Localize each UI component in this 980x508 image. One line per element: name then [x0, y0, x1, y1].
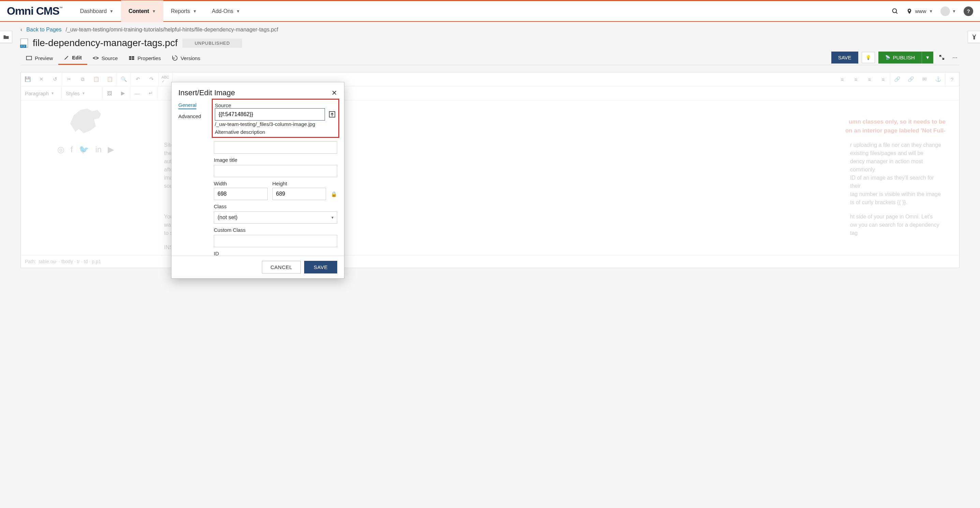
modal-tab-advanced[interactable]: Advanced — [178, 113, 205, 119]
cancel-button[interactable]: CANCEL — [262, 261, 301, 268]
search-icon[interactable] — [891, 8, 899, 15]
lightbulb-button[interactable]: 💡 — [862, 52, 875, 63]
align-left-icon[interactable]: ≡ — [835, 72, 849, 86]
paste-text-icon[interactable]: 📋 — [103, 72, 117, 86]
svg-point-0 — [892, 8, 896, 13]
close-icon[interactable]: ✕ — [35, 72, 48, 86]
back-to-pages-link[interactable]: Back to Pages — [26, 27, 61, 33]
image-title-input[interactable] — [214, 165, 337, 177]
align-justify-icon[interactable]: ≡ — [877, 72, 890, 86]
chevron-down-icon: ▼ — [929, 9, 933, 14]
user-menu[interactable]: ▼ — [940, 6, 956, 16]
nav-reports[interactable]: Reports▼ — [163, 0, 204, 22]
svg-rect-2 — [27, 56, 32, 60]
chevron-down-icon: ▼ — [152, 9, 156, 14]
close-icon[interactable]: ✕ — [331, 89, 337, 97]
height-label: Height — [272, 181, 326, 186]
modal-title: Insert/Edit Image — [178, 88, 235, 97]
video-icon[interactable]: ▶ — [116, 86, 130, 100]
alt-input[interactable] — [214, 141, 337, 153]
format-styles-select[interactable]: Styles▾ — [62, 86, 103, 100]
back-chevron-icon[interactable]: ‹ — [21, 27, 22, 33]
svg-rect-3 — [129, 56, 132, 58]
alt-label: Alternative description — [215, 129, 336, 135]
help-icon[interactable]: ? — [964, 6, 973, 16]
gadget-sidebar-toggle[interactable] — [968, 31, 980, 43]
chevron-down-icon: ▼ — [236, 9, 240, 14]
browse-file-icon[interactable] — [328, 110, 336, 118]
modal-save-button[interactable]: SAVE — [304, 261, 337, 268]
image-title-label: Image title — [214, 157, 337, 163]
more-icon[interactable]: ⋯ — [950, 52, 959, 62]
publish-dropdown[interactable]: ▼ — [922, 51, 933, 64]
align-right-icon[interactable]: ≡ — [863, 72, 877, 86]
link-icon[interactable]: 🔗 — [890, 72, 904, 86]
custom-class-label: Custom Class — [214, 227, 337, 233]
youtube-icon: ▶ — [108, 145, 114, 154]
folder-sidebar-toggle[interactable] — [0, 31, 12, 43]
svg-line-1 — [896, 12, 897, 13]
instagram-icon: ◎ — [57, 145, 64, 154]
nav-addons[interactable]: Add-Ons▼ — [204, 0, 248, 22]
chevron-down-icon: ▼ — [110, 9, 113, 14]
image-icon[interactable]: 🖼 — [103, 86, 116, 100]
width-input[interactable] — [214, 188, 268, 200]
source-resolved-path: /_uw-team-testing/_files/3-column-image.… — [215, 121, 336, 127]
facebook-icon: f — [71, 145, 73, 154]
unlink-icon[interactable]: 🔗 — [904, 72, 918, 86]
custom-class-input[interactable] — [214, 235, 337, 247]
align-center-icon[interactable]: ≡ — [849, 72, 863, 86]
modal-tab-general[interactable]: General — [178, 102, 196, 109]
site-selector[interactable]: www ▼ — [906, 8, 933, 15]
restore-icon[interactable]: ↺ — [48, 72, 62, 86]
find-icon[interactable]: 🔍 — [117, 72, 130, 86]
svg-rect-5 — [129, 58, 132, 60]
insert-edit-image-modal: Insert/Edit Image ✕ General Advanced Sou… — [171, 82, 344, 268]
page-title: file-dependency-manager-tags.pcf — [33, 38, 178, 48]
width-label: Width — [214, 181, 268, 186]
svg-rect-4 — [132, 56, 134, 58]
tab-properties[interactable]: Properties — [123, 52, 166, 64]
logo-illustration — [68, 107, 103, 134]
editor-path-bar: Path: table.ou- · tbody · tr · td · p.p1 — [21, 255, 959, 268]
help-toolbar-icon[interactable]: ? — [945, 72, 959, 86]
spellcheck-icon[interactable]: ABC✓ — [159, 72, 172, 86]
return-icon[interactable]: ↵ — [144, 86, 158, 100]
pin-icon — [906, 8, 913, 15]
paste-icon[interactable]: 📋 — [89, 72, 103, 86]
class-label: Class — [214, 203, 337, 209]
mail-icon[interactable]: ✉ — [918, 72, 931, 86]
id-label: ID — [214, 251, 337, 256]
svg-rect-6 — [132, 58, 134, 60]
tab-source[interactable]: <>Source — [87, 51, 123, 64]
chevron-down-icon: ▼ — [952, 9, 956, 14]
tab-edit[interactable]: Edit — [58, 51, 87, 65]
nav-dashboard[interactable]: Dashboard▼ — [73, 0, 121, 22]
hr-icon[interactable]: — — [130, 86, 144, 100]
cut-icon[interactable]: ✂ — [62, 72, 76, 86]
height-input[interactable] — [272, 188, 326, 200]
redo-icon[interactable]: ↷ — [145, 72, 158, 86]
source-highlight-box: Source /_uw-team-testing/_files/3-column… — [212, 99, 339, 138]
publish-status-badge: UNPUBLISHED — [183, 38, 242, 48]
linkedin-icon: in — [95, 145, 102, 154]
breadcrumb-path: /_uw-team-testing/omni-training-tutorial… — [66, 27, 278, 33]
copy-icon[interactable]: ⧉ — [76, 72, 89, 86]
twitter-icon: 🐦 — [79, 145, 89, 154]
save-button[interactable]: SAVE — [831, 51, 858, 64]
anchor-icon[interactable]: ⚓ — [931, 72, 945, 86]
file-pcf-icon — [21, 38, 28, 48]
save-file-icon[interactable]: 💾 — [21, 72, 35, 86]
undo-icon[interactable]: ↶ — [131, 72, 145, 86]
fullscreen-icon[interactable] — [937, 52, 947, 62]
nav-content[interactable]: Content▼ — [121, 0, 163, 22]
tab-versions[interactable]: Versions — [166, 51, 206, 64]
publish-button[interactable]: 📡PUBLISH — [878, 51, 922, 64]
avatar — [940, 6, 950, 16]
brand-logo: Omni CMS™ — [7, 5, 62, 18]
tab-preview[interactable]: Preview — [21, 52, 58, 64]
format-paragraph-select[interactable]: Paragraph▾ — [21, 86, 62, 100]
lock-aspect-icon[interactable]: 🔒 — [331, 191, 337, 200]
class-select[interactable]: (not set)▾ — [214, 211, 337, 224]
source-input[interactable] — [215, 108, 325, 120]
